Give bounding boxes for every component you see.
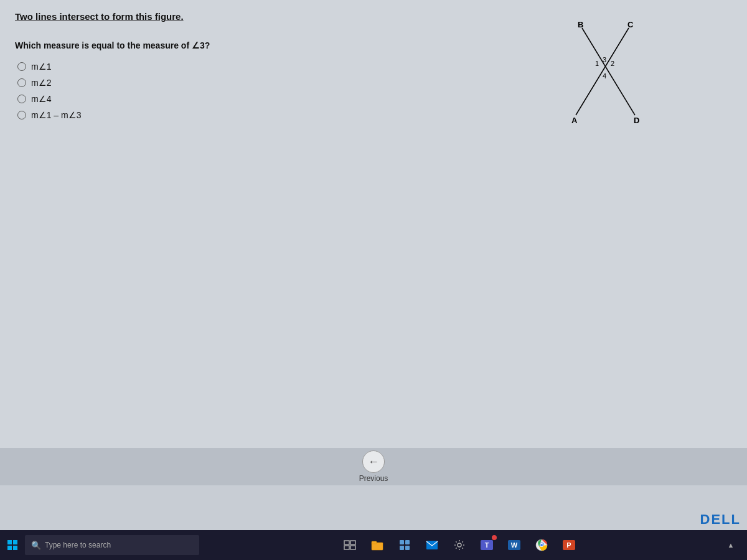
teams-icon[interactable]: T <box>476 534 498 556</box>
svg-text:W: W <box>511 541 518 549</box>
taskbar-center-icons: T W <box>199 534 720 556</box>
svg-rect-7 <box>372 541 377 544</box>
svg-rect-9 <box>405 540 410 544</box>
dell-logo: DELL <box>700 511 741 528</box>
radio-2[interactable] <box>17 78 26 87</box>
start-button[interactable] <box>0 530 25 560</box>
diagram-area: B C A D 3 1 2 4 <box>548 19 660 143</box>
svg-point-21 <box>540 544 543 546</box>
option-1-label: m∠1 <box>31 62 51 72</box>
svg-line-0 <box>582 28 635 115</box>
powerpoint-icon[interactable]: P <box>558 534 580 556</box>
svg-rect-10 <box>400 546 404 550</box>
option-3-label: m∠4 <box>31 94 51 104</box>
option-4-label: m∠1 – m∠3 <box>31 110 81 120</box>
svg-text:T: T <box>485 541 489 549</box>
word-icon[interactable]: W <box>503 534 525 556</box>
taskbar-right: ▲ <box>720 534 747 556</box>
chrome-icon[interactable] <box>530 534 553 556</box>
file-explorer-icon[interactable] <box>366 534 388 556</box>
radio-3[interactable] <box>17 95 26 103</box>
main-content: Two lines intersect to form this figure.… <box>0 0 747 448</box>
apps-icon[interactable] <box>393 534 416 556</box>
search-bar[interactable]: 🔍 Type here to search <box>25 535 199 555</box>
taskview-icon[interactable] <box>339 534 361 556</box>
system-tray[interactable]: ▲ <box>720 534 742 556</box>
angle-label-2: 2 <box>611 60 614 67</box>
svg-rect-4 <box>344 546 349 549</box>
svg-rect-3 <box>350 541 355 544</box>
option-2-label: m∠2 <box>31 78 51 88</box>
radio-4[interactable] <box>17 111 26 119</box>
label-A: A <box>571 116 578 125</box>
settings-icon[interactable] <box>448 534 471 556</box>
svg-rect-12 <box>426 541 438 549</box>
label-C: C <box>627 20 634 29</box>
svg-point-13 <box>458 543 461 547</box>
label-B: B <box>578 20 583 29</box>
svg-rect-5 <box>350 546 355 549</box>
svg-rect-11 <box>405 546 410 550</box>
windows-icon <box>7 540 17 550</box>
svg-rect-2 <box>344 541 349 544</box>
svg-rect-8 <box>400 540 404 544</box>
svg-line-1 <box>576 28 629 115</box>
nav-bar: ← Previous <box>0 448 747 485</box>
search-placeholder-text: Type here to search <box>45 541 111 549</box>
label-D: D <box>634 116 639 125</box>
intersection-diagram: B C A D 3 1 2 4 <box>548 19 660 131</box>
svg-text:P: P <box>566 541 571 549</box>
previous-button[interactable]: ← Previous <box>359 450 388 483</box>
radio-1[interactable] <box>17 62 26 71</box>
previous-label: Previous <box>359 474 388 483</box>
angle-label-3: 3 <box>603 56 606 63</box>
angle-label-4: 4 <box>603 72 606 80</box>
angle-label-1: 1 <box>595 60 599 67</box>
prev-circle-icon: ← <box>362 450 385 473</box>
search-icon: 🔍 <box>31 541 41 550</box>
mail-icon[interactable] <box>421 534 443 556</box>
taskbar: 🔍 Type here to search <box>0 530 747 560</box>
